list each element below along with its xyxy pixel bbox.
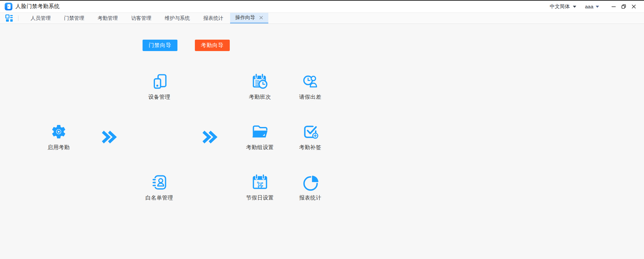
- flow-label: 设备管理: [148, 94, 170, 101]
- tab-visitor[interactable]: 访客管理: [124, 13, 158, 24]
- language-selector[interactable]: 中文简体: [550, 3, 576, 10]
- restore-button[interactable]: [619, 2, 629, 11]
- calendar-clock-icon: [251, 73, 269, 90]
- flow-label: 启用考勤: [48, 144, 70, 151]
- flow-item-device-management[interactable]: 设备管理: [134, 61, 184, 112]
- tab-attendance[interactable]: 考勤管理: [91, 13, 124, 24]
- flow-item-holiday-settings[interactable]: 节假日设置: [235, 162, 285, 213]
- tabbar: 人员管理 门禁管理 考勤管理 访客管理 维护与系统 报表统计 操作向导: [0, 13, 644, 24]
- app-logo-icon: [5, 3, 12, 10]
- flow-label: 考勤组设置: [246, 144, 274, 151]
- close-button[interactable]: [629, 2, 639, 11]
- attendance-wizard-button[interactable]: 考勤向导: [195, 40, 230, 51]
- flow-item-enable-attendance[interactable]: 启用考勤: [34, 112, 84, 162]
- flow-item-attendance-shift[interactable]: 考勤班次: [235, 61, 285, 112]
- calendar-plane-icon: [251, 173, 269, 191]
- minimize-button[interactable]: [608, 2, 619, 11]
- close-tab-button[interactable]: [259, 15, 263, 20]
- titlebar: 人脸门禁考勤系统 中文简体 aaa: [0, 1, 644, 13]
- flow-item-attendance-makeup[interactable]: 考勤补签: [285, 112, 335, 162]
- close-tab-icon: [259, 15, 263, 20]
- clock-person-icon: [302, 73, 319, 90]
- flow-item-report-statistics[interactable]: 报表统计: [285, 162, 335, 213]
- flow-item-whitelist-management[interactable]: 白名单管理: [134, 162, 184, 213]
- folder-icon: [251, 123, 269, 140]
- flow-label: 白名单管理: [146, 195, 173, 202]
- pie-chart-icon: [302, 173, 319, 191]
- window-title: 人脸门禁考勤系统: [15, 3, 60, 10]
- tab-personnel[interactable]: 人员管理: [24, 13, 57, 24]
- check-plus-icon: [302, 123, 319, 140]
- tab-operation-wizard[interactable]: 操作向导: [230, 13, 268, 24]
- wizard-page: 门禁向导 考勤向导 启用考勤: [0, 40, 644, 259]
- user-label: aaa: [585, 4, 593, 9]
- dashboard-grid-button[interactable]: [0, 13, 18, 24]
- tab-maintenance[interactable]: 维护与系统: [158, 13, 197, 24]
- tab-reports[interactable]: 报表统计: [197, 13, 230, 24]
- double-chevron-right-icon: [184, 112, 235, 162]
- flow-label: 节假日设置: [246, 195, 274, 202]
- gear-icon: [50, 123, 67, 140]
- attendance-wizard-flow: 启用考勤 设备管理: [34, 61, 644, 213]
- chevron-down-icon: [573, 6, 576, 8]
- whitelist-book-icon: [151, 173, 168, 191]
- flow-label: 考勤班次: [249, 94, 271, 101]
- flow-item-attendance-group[interactable]: 考勤组设置: [235, 112, 285, 162]
- restore-icon: [621, 4, 626, 9]
- flow-label: 考勤补签: [299, 144, 321, 151]
- close-icon: [631, 4, 636, 9]
- chevron-down-icon: [596, 6, 599, 8]
- access-wizard-button[interactable]: 门禁向导: [143, 40, 177, 51]
- flow-label: 请假出差: [299, 94, 321, 101]
- wizard-switch-buttons: 门禁向导 考勤向导: [143, 40, 644, 51]
- tab-access-control[interactable]: 门禁管理: [57, 13, 91, 24]
- minimize-icon: [611, 4, 616, 9]
- language-label: 中文简体: [550, 3, 570, 10]
- double-chevron-right-icon: [84, 112, 134, 162]
- user-menu[interactable]: aaa: [585, 4, 599, 9]
- devices-icon: [151, 73, 168, 90]
- tabbar-separator: [18, 15, 18, 21]
- dashboard-grid-icon: [5, 14, 13, 23]
- flow-item-leave-trip[interactable]: 请假出差: [285, 61, 335, 112]
- flow-label: 报表统计: [299, 195, 321, 202]
